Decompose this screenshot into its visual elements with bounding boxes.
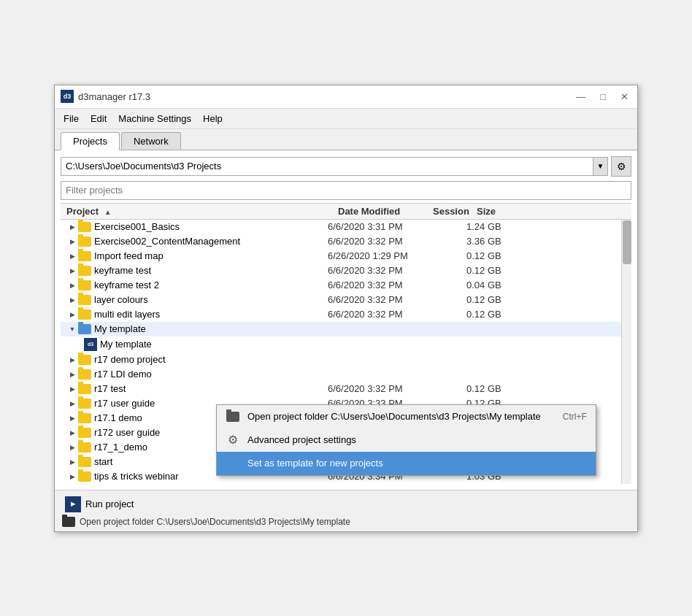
- menu-file[interactable]: File: [58, 111, 85, 126]
- project-size: 1.24 GB: [466, 221, 510, 232]
- bottom-bar: ▶ Run project Open project folder C:\Use…: [55, 490, 637, 531]
- table-row[interactable]: ▶ r17 demo project: [61, 353, 631, 367]
- folder-icon: [78, 236, 91, 247]
- folder-icon: [78, 471, 91, 482]
- expand-icon[interactable]: ▶: [66, 383, 78, 395]
- expand-icon[interactable]: ▶: [66, 221, 78, 233]
- tab-projects[interactable]: Projects: [61, 132, 120, 150]
- project-name: Import feed map: [94, 250, 328, 261]
- window-title: d3manager r17.3: [78, 91, 573, 102]
- table-row[interactable]: ▶ Exercise002_ContentManagement 6/6/2020…: [61, 234, 631, 249]
- scrollbar-thumb[interactable]: [623, 220, 631, 264]
- minimize-button[interactable]: —: [573, 91, 588, 103]
- d3-project-icon: d3: [84, 338, 97, 351]
- table-row[interactable]: ▶ keyframe test 6/6/2020 3:32 PM 0.12 GB: [61, 263, 631, 278]
- context-menu-item[interactable]: Set as template for new projects: [217, 452, 596, 475]
- project-date: 6/6/2020 3:32 PM: [328, 236, 423, 247]
- run-icon: ▶: [65, 496, 81, 512]
- project-date: 6/6/2020 3:31 PM: [328, 221, 423, 232]
- folder-icon: [78, 355, 91, 365]
- folder-icon: [78, 428, 91, 438]
- table-row[interactable]: ▶ multi edit layers 6/6/2020 3:32 PM 0.1…: [61, 307, 631, 322]
- path-input[interactable]: [61, 157, 593, 176]
- folder-icon: [78, 266, 91, 276]
- table-row[interactable]: ▶ Import feed map 6/26/2020 1:29 PM 0.12…: [61, 249, 631, 263]
- expand-icon[interactable]: ▶: [66, 398, 78, 409]
- tab-network[interactable]: Network: [121, 132, 181, 150]
- expand-icon[interactable]: ▶: [66, 369, 78, 380]
- expand-icon[interactable]: ▶: [66, 236, 78, 247]
- project-name: r17 LDI demo: [94, 369, 328, 380]
- expand-icon[interactable]: ▶: [66, 427, 78, 439]
- project-size: 0.12 GB: [466, 265, 510, 276]
- expand-icon[interactable]: ▶: [66, 265, 78, 277]
- project-size: 0.12 GB: [466, 309, 510, 320]
- subitem-name: My template: [100, 339, 319, 350]
- expand-icon[interactable]: ▶: [66, 250, 78, 262]
- col-header-project: Project ▲: [61, 206, 338, 217]
- folder-icon: [78, 442, 91, 453]
- table-row[interactable]: ▶ Exercise001_Basics 6/6/2020 3:31 PM 1.…: [61, 220, 631, 234]
- folder-icon: [78, 457, 91, 467]
- table-row-subitem[interactable]: d3 My template: [61, 336, 631, 353]
- window-controls: — □ ✕: [573, 91, 631, 103]
- folder-icon: [78, 384, 91, 394]
- table-row[interactable]: ▶ r17 test 6/6/2020 3:32 PM 0.12 GB: [61, 382, 631, 396]
- menu-help[interactable]: Help: [197, 111, 228, 126]
- expand-icon[interactable]: ▶: [66, 294, 78, 306]
- folder-icon: [78, 222, 91, 232]
- sort-arrow-icon: ▲: [104, 208, 112, 216]
- project-name: keyframe test: [94, 265, 328, 276]
- status-folder-icon: [62, 517, 75, 527]
- context-menu-item[interactable]: Open project folder C:\Users\Joe\Documen…: [217, 405, 596, 428]
- folder-icon: [78, 251, 91, 261]
- folder-icon: [78, 369, 91, 380]
- project-date: 6/6/2020 3:32 PM: [328, 294, 423, 305]
- table-header: Project ▲ Date Modified Session Size: [61, 203, 631, 220]
- expand-icon[interactable]: ▶: [66, 471, 78, 482]
- expand-icon[interactable]: ▶: [66, 280, 78, 291]
- expand-icon[interactable]: ▶: [66, 412, 78, 424]
- ctx-label: Advanced project settings: [247, 434, 587, 445]
- scrollbar[interactable]: [621, 220, 631, 484]
- project-date: 6/6/2020 3:32 PM: [328, 280, 423, 290]
- folder-icon: [78, 399, 91, 409]
- project-name: r17 demo project: [94, 354, 328, 365]
- settings-gear-button[interactable]: ⚙: [611, 156, 631, 177]
- ctx-gear-icon: ⚙: [226, 433, 240, 447]
- expand-icon[interactable]: ▶: [66, 309, 78, 320]
- project-size: 0.12 GB: [466, 250, 510, 261]
- context-menu: Open project folder C:\Users\Joe\Documen…: [216, 404, 596, 476]
- col-header-session: Session: [433, 206, 477, 217]
- maximize-button[interactable]: □: [597, 91, 609, 103]
- run-project-button[interactable]: ▶ Run project: [62, 495, 630, 514]
- menu-machine-settings[interactable]: Machine Settings: [112, 111, 197, 126]
- table-row[interactable]: ▶ keyframe test 2 6/6/2020 3:32 PM 0.04 …: [61, 278, 631, 293]
- menu-edit[interactable]: Edit: [85, 111, 112, 126]
- project-name: layer colours: [94, 294, 328, 305]
- folder-icon: [78, 413, 91, 423]
- filter-input[interactable]: [61, 181, 631, 200]
- project-name: My template: [94, 323, 328, 334]
- table-row[interactable]: ▶ r17 LDI demo: [61, 367, 631, 382]
- ctx-empty-icon: [226, 456, 240, 471]
- project-date: 6/26/2020 1:29 PM: [328, 250, 423, 261]
- expand-icon[interactable]: ▶: [66, 456, 78, 468]
- context-menu-item[interactable]: ⚙Advanced project settings: [217, 428, 596, 452]
- tabs-bar: Projects Network: [55, 129, 637, 150]
- title-bar: d3 d3manager r17.3 — □ ✕: [55, 85, 637, 109]
- project-size: 3.36 GB: [466, 236, 510, 247]
- folder-icon: [78, 295, 91, 305]
- status-text: Open project folder C:\Users\Joe\Documen…: [80, 517, 350, 527]
- status-bar: Open project folder C:\Users\Joe\Documen…: [62, 517, 630, 527]
- path-dropdown-button[interactable]: ▼: [593, 157, 608, 176]
- project-name: r17 test: [94, 383, 328, 394]
- col-header-size: Size: [477, 206, 520, 217]
- close-button[interactable]: ✕: [618, 91, 631, 103]
- table-row[interactable]: ▼ My template: [61, 322, 631, 336]
- table-row[interactable]: ▶ layer colours 6/6/2020 3:32 PM 0.12 GB: [61, 293, 631, 307]
- project-size: 0.12 GB: [466, 294, 510, 305]
- expand-icon[interactable]: ▶: [66, 442, 78, 453]
- expand-icon[interactable]: ▶: [66, 354, 78, 366]
- expand-icon[interactable]: ▼: [66, 323, 78, 335]
